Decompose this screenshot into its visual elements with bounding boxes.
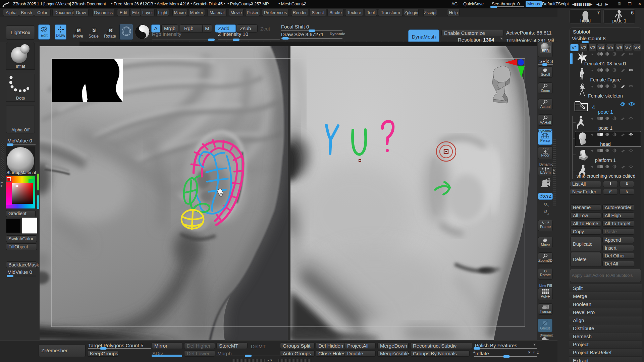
svg-text:M: M xyxy=(77,28,81,33)
svg-text:BPR: BPR xyxy=(542,49,549,53)
svg-text:R: R xyxy=(109,28,112,33)
svg-text:S: S xyxy=(93,28,96,33)
